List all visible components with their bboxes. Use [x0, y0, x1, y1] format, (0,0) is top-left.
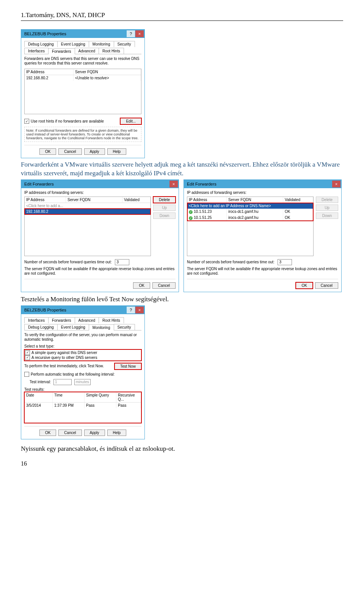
ok-button[interactable]: OK [296, 282, 312, 289]
timeout-input[interactable]: 3 [278, 259, 292, 265]
down-button[interactable]: Down [316, 212, 338, 219]
monitoring-intro: To verify the configuration of the serve… [24, 333, 141, 342]
interval-unit: minutes [74, 379, 91, 385]
row-valid: OK [283, 215, 313, 221]
tab-root-hints[interactable]: Root Hints [99, 317, 124, 323]
timeout-input[interactable]: 3 [115, 259, 129, 265]
col-ip: IP Address [25, 197, 66, 203]
tab-forwarders[interactable]: Forwarders [48, 317, 75, 323]
apply-button[interactable]: Apply [84, 430, 105, 436]
help-button[interactable]: ? [127, 307, 135, 313]
col-date: Date [25, 392, 53, 402]
col-recursive: Recursive Q... [116, 392, 141, 402]
use-root-label: Use root hints if no forwarders are avai… [31, 119, 104, 123]
fqdn-note: The server FQDN will not be available if… [187, 267, 338, 276]
recursive-query-checkbox[interactable]: ✓ A recursive query to other DNS servers [25, 355, 97, 360]
close-button[interactable]: × [135, 30, 144, 37]
row-ip: 10.1.51.23 [194, 209, 212, 214]
use-root-hints-checkbox[interactable]: ✓ Use root hints if no forwarders are av… [24, 119, 104, 124]
cancel-button[interactable]: Cancel [315, 282, 338, 289]
simple-query-checkbox[interactable]: ✓ A simple query against this DNS server [25, 350, 97, 355]
dialog-title: BELZEBUB Properties [24, 308, 126, 312]
tab-event-logging[interactable]: Event Logging [57, 41, 89, 47]
titlebar: Edit Forwarders × [184, 180, 341, 188]
auto-test-checkbox[interactable]: Perform automatic testing at the followi… [24, 372, 115, 377]
col-validated: Validated [283, 197, 313, 203]
tab-interfaces[interactable]: Interfaces [24, 317, 49, 323]
tab-interfaces[interactable]: Interfaces [24, 48, 49, 54]
results-label: Test results: [24, 387, 141, 392]
tab-monitoring[interactable]: Monitoring [89, 41, 114, 47]
close-button[interactable]: × [135, 307, 144, 313]
recursive-query-label: A recursive query to other DNS servers [31, 356, 97, 360]
result-date: 3/5/2014 [25, 403, 53, 408]
help-button[interactable]: Help [107, 148, 127, 155]
result-simple: Pass [85, 403, 116, 408]
forwarding-servers-list[interactable]: IP Address Server FQDN Validated <Click … [24, 197, 151, 256]
timeout-label: Number of seconds before forward queries… [187, 260, 275, 264]
checkbox-icon: ✓ [25, 350, 30, 355]
tab-event-logging[interactable]: Event Logging [57, 324, 89, 330]
help-button[interactable]: Help [107, 430, 127, 436]
tab-security[interactable]: Security [114, 324, 135, 330]
ok-button[interactable]: OK [39, 148, 56, 155]
dialog-title: BELZEBUB Properties [24, 31, 126, 36]
col-fqdn: Server FQDN [227, 197, 283, 203]
titlebar: BELZEBUB Properties ? × [21, 30, 144, 38]
tabs-row: Debug Logging Event Logging Monitoring S… [24, 40, 141, 54]
forwarders-intro: Forwarders are DNS servers that this ser… [24, 57, 141, 66]
ok-icon: ✓ [189, 216, 193, 220]
perform-label: To perform the test immediately, click T… [24, 364, 104, 368]
tab-monitoring[interactable]: Monitoring [89, 324, 114, 330]
paragraph-1: Forwarderként a VMware virtuális szerver… [21, 160, 343, 178]
tab-forwarders[interactable]: Forwarders [48, 48, 75, 54]
page-header: 1.Tartomány, DNS, NAT, DHCP [21, 11, 343, 21]
edit-button[interactable]: Edit... [120, 118, 141, 124]
delete-button[interactable]: Delete [153, 197, 176, 203]
row-ip: 192.168.80.2 [25, 75, 74, 81]
interval-input: 1 [53, 379, 72, 385]
select-test-label: Select a test type: [24, 344, 141, 349]
test-now-button[interactable]: Test Now [115, 363, 141, 370]
tab-security[interactable]: Security [114, 41, 135, 47]
col-time: Time [53, 392, 85, 402]
result-time: 1:37:39 PM [53, 403, 85, 408]
tab-debug-logging[interactable]: Debug Logging [24, 41, 58, 47]
close-button[interactable]: × [169, 181, 178, 187]
forwarding-servers-list[interactable]: IP Address Server FQDN Validated <Click … [187, 197, 314, 256]
ok-button[interactable]: OK [39, 430, 56, 436]
checkbox-icon [24, 372, 29, 377]
simple-query-label: A simple query against this DNS server [31, 351, 97, 355]
fqdn-note: The server FQDN will not be available if… [24, 267, 176, 276]
page-number: 16 [21, 460, 343, 467]
checkbox-icon: ✓ [25, 355, 30, 360]
row-valid: OK [283, 209, 313, 215]
cancel-button[interactable]: Cancel [58, 148, 82, 155]
cancel-button[interactable]: Cancel [58, 430, 82, 436]
forwarders-list[interactable]: IP Address Server FQDN 192.168.80.2 <Una… [24, 69, 141, 114]
checkbox-icon: ✓ [24, 119, 29, 124]
apply-button[interactable]: Apply [84, 148, 105, 155]
close-button[interactable]: × [332, 181, 340, 187]
ok-button[interactable]: OK [133, 282, 150, 289]
up-button[interactable]: Up [316, 205, 338, 211]
click-to-add[interactable]: <Click here to add an IP Address or DNS … [187, 203, 313, 209]
timeout-label: Number of seconds before forward queries… [24, 260, 112, 264]
delete-button[interactable]: Delete [316, 197, 338, 203]
help-button[interactable]: ? [127, 30, 135, 37]
col-simple: Simple Query [85, 392, 116, 402]
down-button[interactable]: Down [153, 212, 176, 219]
tab-advanced[interactable]: Advanced [75, 48, 99, 54]
edit-forwarders-dialog-after: Edit Forwarders × IP addresses of forwar… [184, 179, 342, 292]
auto-test-label: Perform automatic testing at the followi… [31, 372, 115, 376]
selected-ip[interactable]: 192.168.80.2 [25, 209, 151, 214]
cancel-button[interactable]: Cancel [152, 282, 176, 289]
up-button[interactable]: Up [153, 205, 176, 211]
tab-advanced[interactable]: Advanced [75, 317, 99, 323]
row-fqdn: irocs-dc1.gamf.hu [227, 209, 283, 215]
conditional-note: Note: If conditional forwarders are defi… [24, 127, 141, 142]
tab-root-hints[interactable]: Root Hints [99, 48, 124, 54]
tab-debug-logging[interactable]: Debug Logging [24, 324, 58, 330]
col-validated: Validated [122, 197, 151, 203]
click-to-add[interactable]: <Click here to add a... [25, 203, 151, 209]
